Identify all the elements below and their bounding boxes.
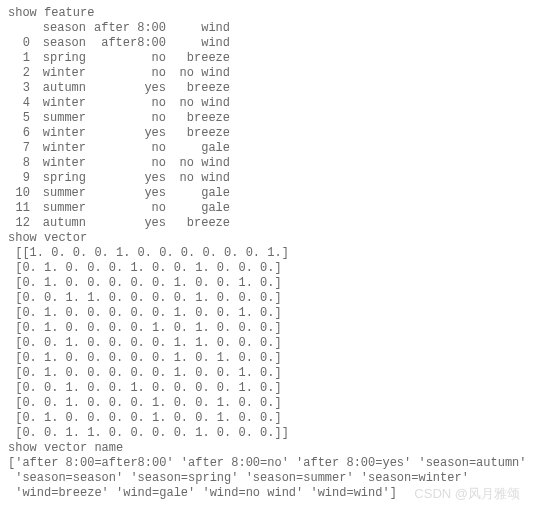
vector-matrix: [[1. 0. 0. 0. 1. 0. 0. 0. 0. 0. 0. 1.] [… — [8, 246, 532, 441]
vector-row: [0. 1. 0. 0. 0. 0. 0. 1. 0. 0. 1. 0.] — [8, 366, 532, 381]
col-season: season — [30, 36, 86, 51]
cell-season: autumn — [30, 216, 86, 231]
cell-idx: 2 — [8, 66, 30, 81]
table-row: 4winternono wind — [8, 96, 230, 111]
table-row: 12autumnyesbreeze — [8, 216, 230, 231]
cell-idx: 5 — [8, 111, 30, 126]
vector-row: [0. 0. 1. 1. 0. 0. 0. 0. 1. 0. 0. 0.]] — [8, 426, 532, 441]
table-row: 5summernobreeze — [8, 111, 230, 126]
cell-season: spring — [30, 171, 86, 186]
col-after: after8:00 — [86, 36, 166, 51]
vector-row: [0. 0. 1. 0. 0. 0. 1. 0. 0. 1. 0. 0.] — [8, 396, 532, 411]
vector-row: [0. 1. 0. 0. 0. 0. 0. 1. 0. 0. 1. 0.] — [8, 276, 532, 291]
cell-wind: breeze — [166, 126, 230, 141]
vector-name-row: 'season=season' 'season=spring' 'season=… — [8, 471, 532, 486]
heading-show-feature: show feature — [8, 6, 532, 21]
cell-idx: 11 — [8, 201, 30, 216]
vector-row: [[1. 0. 0. 0. 1. 0. 0. 0. 0. 0. 0. 1.] — [8, 246, 532, 261]
cell-wind: no wind — [166, 171, 230, 186]
cell-wind: gale — [166, 186, 230, 201]
cell-after: no — [86, 66, 166, 81]
table-row: 11summernogale — [8, 201, 230, 216]
cell-season: summer — [30, 111, 86, 126]
cell-after: yes — [86, 126, 166, 141]
col-season: season — [30, 21, 86, 36]
cell-season: summer — [30, 201, 86, 216]
cell-idx: 6 — [8, 126, 30, 141]
cell-after: no — [86, 51, 166, 66]
heading-show-vector: show vector — [8, 231, 532, 246]
cell-after: yes — [86, 171, 166, 186]
cell-season: summer — [30, 186, 86, 201]
col-wind: wind — [166, 21, 230, 36]
cell-idx: 12 — [8, 216, 30, 231]
feature-table: season after 8:00 wind 0 season after8:0… — [8, 21, 230, 231]
cell-wind: no wind — [166, 66, 230, 81]
cell-season: autumn — [30, 81, 86, 96]
vector-row: [0. 0. 1. 0. 0. 1. 0. 0. 0. 0. 1. 0.] — [8, 381, 532, 396]
cell-after: yes — [86, 81, 166, 96]
cell-after: no — [86, 156, 166, 171]
cell-idx: 8 — [8, 156, 30, 171]
cell-after: no — [86, 96, 166, 111]
table-header-row0: 0 season after8:00 wind — [8, 36, 230, 51]
cell-wind: breeze — [166, 81, 230, 96]
col-wind: wind — [166, 36, 230, 51]
table-row: 1springnobreeze — [8, 51, 230, 66]
vector-row: [0. 1. 0. 0. 0. 0. 0. 1. 0. 0. 1. 0.] — [8, 306, 532, 321]
cell-season: winter — [30, 126, 86, 141]
cell-idx: 3 — [8, 81, 30, 96]
cell-season: winter — [30, 141, 86, 156]
vector-row: [0. 1. 0. 0. 0. 0. 1. 0. 1. 0. 0. 0.] — [8, 321, 532, 336]
cell-after: no — [86, 111, 166, 126]
table-header-blank: season after 8:00 wind — [8, 21, 230, 36]
cell-season: winter — [30, 156, 86, 171]
cell-season: winter — [30, 96, 86, 111]
cell-wind: no wind — [166, 156, 230, 171]
cell-wind: breeze — [166, 51, 230, 66]
heading-show-vector-name: show vector name — [8, 441, 532, 456]
col-idx: 0 — [8, 36, 30, 51]
cell-idx: 7 — [8, 141, 30, 156]
cell-idx: 4 — [8, 96, 30, 111]
table-row: 10summeryesgale — [8, 186, 230, 201]
vector-row: [0. 0. 1. 0. 0. 0. 0. 1. 1. 0. 0. 0.] — [8, 336, 532, 351]
cell-idx: 10 — [8, 186, 30, 201]
table-row: 3autumnyesbreeze — [8, 81, 230, 96]
vector-name-row: 'wind=breeze' 'wind=gale' 'wind=no wind'… — [8, 486, 532, 501]
cell-season: spring — [30, 51, 86, 66]
vector-row: [0. 0. 1. 1. 0. 0. 0. 0. 1. 0. 0. 0.] — [8, 291, 532, 306]
cell-wind: breeze — [166, 216, 230, 231]
cell-wind: gale — [166, 201, 230, 216]
vector-row: [0. 1. 0. 0. 0. 1. 0. 0. 1. 0. 0. 0.] — [8, 261, 532, 276]
col-idx — [8, 21, 30, 36]
table-row: 2winternono wind — [8, 66, 230, 81]
cell-wind: breeze — [166, 111, 230, 126]
cell-after: no — [86, 201, 166, 216]
vector-row: [0. 1. 0. 0. 0. 0. 0. 1. 0. 1. 0. 0.] — [8, 351, 532, 366]
cell-wind: no wind — [166, 96, 230, 111]
col-after: after 8:00 — [86, 21, 166, 36]
table-row: 6winteryesbreeze — [8, 126, 230, 141]
cell-after: yes — [86, 216, 166, 231]
cell-after: yes — [86, 186, 166, 201]
table-row: 9springyesno wind — [8, 171, 230, 186]
cell-season: winter — [30, 66, 86, 81]
table-row: 7winternogale — [8, 141, 230, 156]
vector-row: [0. 1. 0. 0. 0. 0. 1. 0. 0. 1. 0. 0.] — [8, 411, 532, 426]
cell-after: no — [86, 141, 166, 156]
vector-name-row: ['after 8:00=after8:00' 'after 8:00=no' … — [8, 456, 532, 471]
vector-name-list: ['after 8:00=after8:00' 'after 8:00=no' … — [8, 456, 532, 501]
cell-idx: 1 — [8, 51, 30, 66]
cell-wind: gale — [166, 141, 230, 156]
cell-idx: 9 — [8, 171, 30, 186]
table-row: 8winternono wind — [8, 156, 230, 171]
